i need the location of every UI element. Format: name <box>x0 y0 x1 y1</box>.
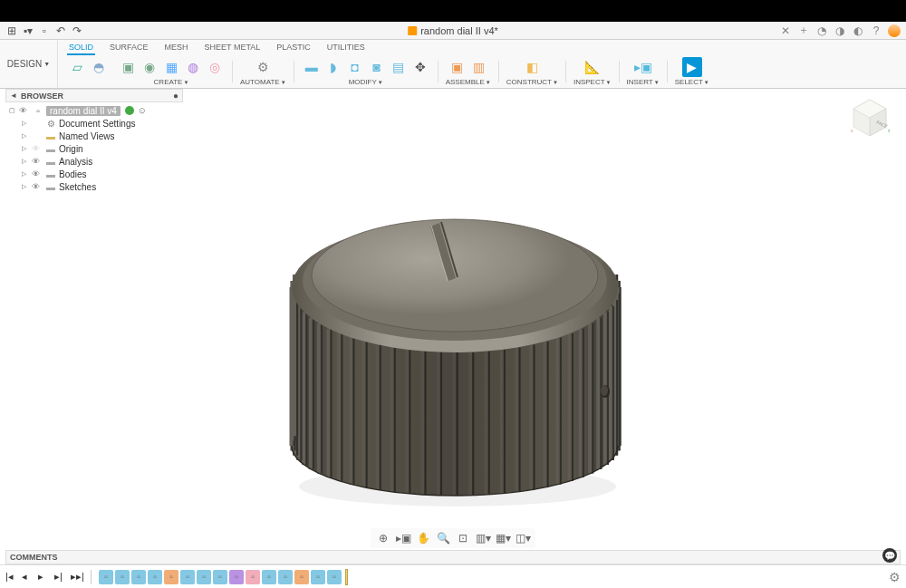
pin-icon[interactable]: ● <box>173 91 178 101</box>
plane-icon[interactable]: ◧ <box>522 57 542 77</box>
timeline-last-icon[interactable]: ▸▸| <box>71 571 83 583</box>
presspull-icon[interactable]: ▬ <box>302 57 322 77</box>
options-icon[interactable]: ⊙ <box>139 106 146 115</box>
saved-badge-icon <box>125 106 134 115</box>
tab-plastic[interactable]: PLASTIC <box>275 42 313 55</box>
timeline-prev-icon[interactable]: ◂ <box>22 571 34 583</box>
tree-root[interactable]: ▢👁 ▫ random dial II v4 ⊙ <box>5 104 183 117</box>
timeline-feature-12[interactable]: ▫ <box>294 570 309 584</box>
timeline-feature-5[interactable]: ▫ <box>180 570 195 584</box>
inspect-group: 📐 INSPECT▼ <box>570 57 615 86</box>
fillet-icon[interactable]: ◗ <box>323 57 343 77</box>
redo-icon[interactable]: ↷ <box>71 24 83 37</box>
pan-icon[interactable]: ✋ <box>416 531 430 545</box>
workspace-switcher[interactable]: DESIGN▼ <box>0 40 58 88</box>
tree-item-namedviews[interactable]: ▷▬Named Views <box>5 130 183 142</box>
browser-header[interactable]: ◄ BROWSER ● <box>5 89 183 102</box>
form-icon[interactable]: ◓ <box>89 57 109 77</box>
timeline-feature-3[interactable]: ▫ <box>148 570 162 584</box>
timeline-first-icon[interactable]: |◂ <box>5 571 18 583</box>
document-tab[interactable]: random dial II v4* <box>408 25 498 36</box>
timeline-feature-2[interactable]: ▫ <box>131 570 146 584</box>
feedback-icon[interactable]: 💬 <box>882 548 897 563</box>
tree-item-docsettings[interactable]: ▷⚙Document Settings <box>5 117 183 130</box>
extrude-icon[interactable]: ▦ <box>161 57 181 77</box>
timeline-feature-9[interactable]: ▫ <box>246 570 260 584</box>
select-icon[interactable]: ▶ <box>682 57 702 77</box>
quick-access-toolbar: ⊞ ▪▾ ▫ ↶ ↷ <box>0 24 89 37</box>
titlebar-black <box>0 0 906 22</box>
user-avatar[interactable] <box>888 24 901 37</box>
job-status-icon[interactable]: ◐ <box>852 24 864 37</box>
timeline-feature-7[interactable]: ▫ <box>213 570 227 584</box>
tab-sheetmetal[interactable]: SHEET METAL <box>203 42 263 55</box>
insert-icon[interactable]: ▸▣ <box>633 57 653 77</box>
display-icon[interactable]: ▥▾ <box>476 531 490 545</box>
timeline-settings-icon[interactable]: ⚙ <box>889 570 901 584</box>
ribbon-tabs: SOLID SURFACE MESH SHEET METAL PLASTIC U… <box>58 40 906 55</box>
shell-icon[interactable]: ◘ <box>345 57 365 77</box>
zoom-icon[interactable]: 🔍 <box>436 531 450 545</box>
revolve-icon[interactable]: ◍ <box>183 57 203 77</box>
emboss-icon[interactable]: ◎ <box>205 57 225 77</box>
extensions-icon[interactable]: ◔ <box>815 24 828 37</box>
tab-close-icon[interactable]: ✕ <box>779 24 792 37</box>
tab-utilities[interactable]: UTILITIES <box>325 42 367 55</box>
timeline-feature-0[interactable]: ▫ <box>99 570 113 584</box>
timeline-feature-8[interactable]: ▫ <box>229 570 244 584</box>
create-group: ▣ ◉ ▦ ◍ ◎ CREATE▼ <box>114 57 228 86</box>
viewport[interactable]: ◄ BROWSER ● ▢👁 ▫ random dial II v4 ⊙ ▷⚙D… <box>0 89 906 548</box>
comments-panel-header[interactable]: COMMENTS ● <box>5 550 901 564</box>
combine-icon[interactable]: ◙ <box>367 57 387 77</box>
new-sketch-icon[interactable]: ▱ <box>67 57 87 77</box>
timeline-play-icon[interactable]: ▸ <box>38 571 51 583</box>
joint-icon[interactable]: ▣ <box>448 57 467 77</box>
timeline-feature-4[interactable]: ▫ <box>164 570 178 584</box>
viewports-icon[interactable]: ◫▾ <box>516 531 530 545</box>
split-icon[interactable]: ▤ <box>389 57 409 77</box>
joint2-icon[interactable]: ▥ <box>469 57 489 77</box>
file-menu-icon[interactable]: ▪▾ <box>22 24 34 37</box>
data-panel-icon[interactable]: ⊞ <box>5 24 18 37</box>
save-icon[interactable]: ▫ <box>38 24 51 37</box>
tree-item-analysis[interactable]: ▷👁▬Analysis <box>5 155 183 168</box>
cylinder-icon[interactable]: ◉ <box>140 57 159 77</box>
workspace-label: DESIGN <box>7 59 42 69</box>
timeline-feature-13[interactable]: ▫ <box>311 570 325 584</box>
tab-mesh[interactable]: MESH <box>163 42 190 55</box>
box-icon[interactable]: ▣ <box>118 57 138 77</box>
new-tab-icon[interactable]: ＋ <box>797 24 810 37</box>
grid-icon[interactable]: ▦▾ <box>496 531 510 545</box>
tab-solid[interactable]: SOLID <box>67 42 95 55</box>
move-icon[interactable]: ✥ <box>410 57 430 77</box>
comments-title: COMMENTS <box>10 553 891 562</box>
timeline-feature-10[interactable]: ▫ <box>262 570 276 584</box>
timeline-marker[interactable] <box>345 569 348 585</box>
help-icon[interactable]: ? <box>870 24 882 37</box>
timeline-feature-11[interactable]: ▫ <box>278 570 293 584</box>
timeline-next-icon[interactable]: ▸| <box>54 571 67 583</box>
timeline-feature-14[interactable]: ▫ <box>327 570 342 584</box>
tree-item-bodies[interactable]: ▷👁▬Bodies <box>5 168 183 180</box>
view-cube[interactable]: FACE x z <box>848 96 892 140</box>
automate-icon[interactable]: ⚙ <box>253 57 273 77</box>
orbit-icon[interactable]: ⊕ <box>376 531 390 545</box>
sketch-group: ▱ ◓ <box>63 57 112 86</box>
model-render[interactable] <box>254 129 652 527</box>
notification-icon[interactable]: ◑ <box>834 24 846 37</box>
svg-point-85 <box>601 385 608 396</box>
timeline-feature-6[interactable]: ▫ <box>197 570 211 584</box>
fit-icon[interactable]: ⊡ <box>456 531 470 545</box>
modify-group: ▬ ◗ ◘ ◙ ▤ ✥ MODIFY▼ <box>298 57 434 86</box>
tab-surface[interactable]: SURFACE <box>108 42 150 55</box>
undo-icon[interactable]: ↶ <box>54 24 67 37</box>
collapse-arrow-icon[interactable]: ◄ <box>10 92 17 100</box>
browser-tree: ▢👁 ▫ random dial II v4 ⊙ ▷⚙Document Sett… <box>5 102 183 195</box>
look-icon[interactable]: ▸▣ <box>396 531 410 545</box>
timeline-feature-1[interactable]: ▫ <box>115 570 130 584</box>
tree-item-origin[interactable]: ▷👁▬Origin <box>5 142 183 155</box>
tree-item-sketches[interactable]: ▷👁▬Sketches <box>5 180 183 193</box>
fusion-file-icon <box>408 26 417 35</box>
measure-icon[interactable]: 📐 <box>583 57 602 77</box>
svg-text:z: z <box>888 128 891 133</box>
